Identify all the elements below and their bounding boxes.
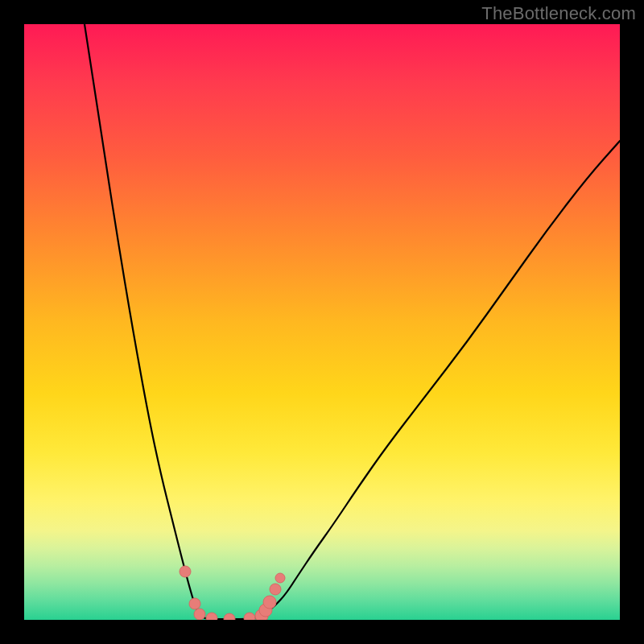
m-left-upper [180, 566, 191, 577]
curve-right [262, 141, 620, 616]
m-floor-a [206, 613, 217, 620]
m-floor-b [224, 613, 235, 620]
m-left-a [189, 598, 200, 609]
outer-frame: TheBottleneck.com [0, 0, 644, 644]
curve-left [85, 24, 200, 616]
m-floor-c [244, 613, 255, 620]
m-right-c3 [263, 596, 276, 609]
watermark-text: TheBottleneck.com [481, 3, 636, 24]
m-left-b [194, 609, 205, 620]
marker-group [180, 566, 285, 620]
m-right-far [275, 573, 285, 583]
m-right-top [270, 584, 281, 595]
plot-area [24, 24, 620, 620]
curve-svg [24, 24, 620, 620]
